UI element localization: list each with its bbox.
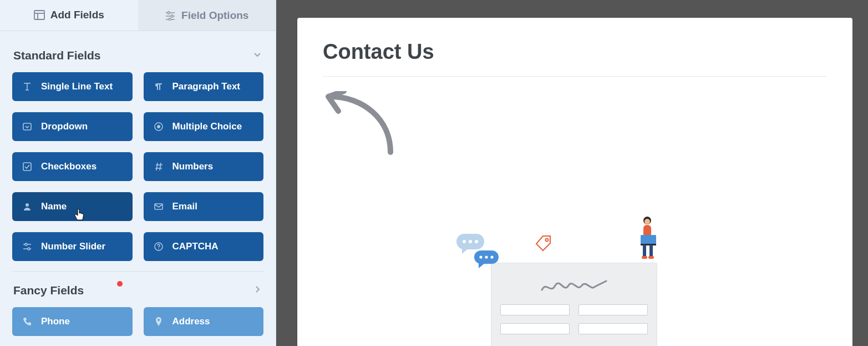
form-builder: Add Fields Field Options Standard Fields [0, 0, 868, 346]
sidebar-tabs: Add Fields Field Options [0, 0, 276, 31]
cursor-hand-icon [74, 209, 84, 224]
field-address[interactable]: Address [144, 307, 264, 336]
group-fancy-header[interactable]: Fancy Fields [12, 282, 263, 307]
radio-icon [153, 121, 165, 133]
field-label: Number Slider [41, 241, 105, 252]
field-label: Single Line Text [41, 81, 113, 92]
field-label: Checkboxes [41, 161, 97, 172]
field-name[interactable]: Name [12, 192, 133, 221]
form-title: Contact Us [323, 40, 827, 77]
sliders-icon [165, 10, 176, 21]
field-numbers[interactable]: Numbers [144, 152, 264, 181]
svg-point-14 [157, 125, 160, 128]
paragraph-icon [153, 81, 165, 93]
grid-icon [34, 9, 45, 21]
chevron-down-icon [252, 49, 262, 62]
svg-point-37 [479, 255, 482, 258]
field-email[interactable]: Email [144, 192, 264, 221]
group-separator [12, 271, 263, 272]
field-label: Address [172, 316, 210, 327]
group-standard: Standard Fields Single Line Text Paragra… [12, 41, 263, 272]
mail-icon [153, 200, 165, 213]
svg-point-38 [485, 255, 488, 258]
svg-point-29 [545, 239, 548, 242]
svg-point-32 [463, 240, 466, 243]
sidebar: Add Fields Field Options Standard Fields [0, 0, 276, 346]
field-label: Dropdown [41, 121, 88, 132]
tab-field-options-label: Field Options [181, 9, 248, 22]
new-indicator-dot [117, 281, 123, 287]
svg-rect-48 [648, 256, 654, 259]
svg-point-34 [475, 240, 478, 243]
group-fancy-title: Fancy Fields [13, 284, 84, 297]
svg-rect-15 [23, 163, 31, 171]
svg-point-28 [158, 319, 160, 321]
field-label: Email [172, 201, 197, 212]
fancy-fields-grid: Phone Address [12, 307, 263, 336]
svg-point-41 [644, 219, 650, 224]
field-label: Multiple Choice [172, 121, 242, 132]
field-paragraph-text[interactable]: Paragraph Text [144, 72, 264, 101]
field-checkboxes[interactable]: Checkboxes [12, 152, 133, 181]
svg-rect-43 [641, 235, 656, 245]
hash-icon [153, 161, 165, 173]
field-label: Numbers [172, 161, 214, 172]
svg-point-20 [26, 203, 29, 207]
drop-hint-arrow-icon [324, 91, 827, 160]
svg-rect-45 [643, 245, 646, 257]
slider-icon [21, 240, 33, 253]
svg-point-6 [171, 15, 173, 17]
fields-panel: Standard Fields Single Line Text Paragra… [0, 31, 276, 346]
field-captcha[interactable]: CAPTCHA [144, 232, 264, 261]
tab-add-fields[interactable]: Add Fields [0, 0, 138, 31]
checkbox-icon [21, 161, 33, 173]
user-icon [21, 200, 33, 213]
phone-icon [21, 315, 33, 328]
svg-point-39 [490, 255, 493, 258]
svg-rect-47 [642, 256, 647, 259]
field-label: Name [41, 201, 67, 212]
tag-icon [535, 235, 552, 254]
field-phone[interactable]: Phone [12, 307, 133, 336]
chevron-right-icon [252, 284, 262, 297]
svg-point-33 [469, 240, 472, 243]
svg-rect-46 [649, 245, 653, 257]
svg-rect-0 [34, 11, 44, 19]
person-with-laptop-icon [633, 216, 664, 263]
field-label: Paragraph Text [172, 81, 241, 92]
field-multiple-choice[interactable]: Multiple Choice [144, 112, 264, 141]
svg-point-4 [167, 12, 170, 14]
field-single-line-text[interactable]: Single Line Text [12, 72, 133, 101]
empty-state-illustration [459, 240, 692, 346]
group-fancy: Fancy Fields Phone Address [12, 282, 263, 336]
field-label: Phone [41, 316, 70, 327]
field-number-slider[interactable]: Number Slider [12, 232, 133, 261]
form-preview[interactable]: Contact Us [297, 18, 852, 346]
svg-rect-21 [155, 204, 163, 209]
svg-line-18 [156, 163, 158, 171]
field-label: CAPTCHA [172, 241, 219, 252]
svg-point-25 [28, 248, 30, 250]
help-icon [153, 240, 165, 253]
group-standard-title: Standard Fields [13, 49, 101, 62]
svg-rect-12 [23, 123, 31, 130]
chat-bubble-icon [474, 250, 499, 270]
dropdown-icon [21, 121, 33, 133]
canvas-wrap: Contact Us [276, 0, 868, 346]
scribble-icon [541, 279, 607, 298]
svg-point-27 [158, 248, 159, 249]
field-dropdown[interactable]: Dropdown [12, 112, 133, 141]
svg-line-19 [160, 163, 161, 171]
text-icon [21, 81, 33, 93]
svg-point-23 [25, 243, 27, 245]
tab-field-options[interactable]: Field Options [138, 0, 276, 31]
svg-point-8 [169, 18, 171, 21]
tab-add-fields-label: Add Fields [50, 9, 104, 21]
group-standard-header[interactable]: Standard Fields [12, 41, 263, 72]
pin-icon [153, 315, 165, 328]
standard-fields-grid: Single Line Text Paragraph Text Dropdown… [12, 72, 263, 261]
illus-form-card [491, 263, 657, 346]
